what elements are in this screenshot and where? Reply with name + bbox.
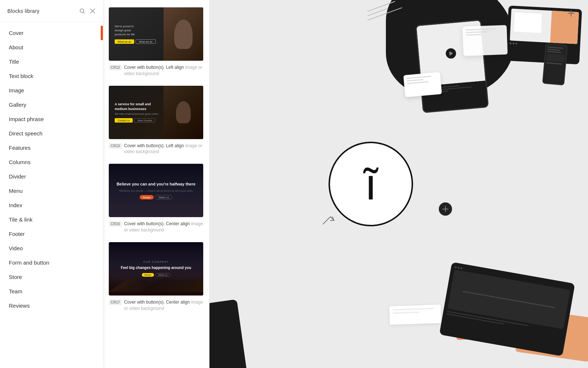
sidebar-item-menu[interactable]: Menu (0, 184, 103, 198)
block-description-0: Cover with button(s). Left align image o… (124, 64, 203, 77)
block-thumbnail-0: We're proud to design great products for… (109, 7, 203, 61)
block-thumbnail-3: OUR COMPANY Feel big changes happening a… (109, 242, 203, 296)
sidebar-icons (79, 8, 96, 14)
white-bottom-card (389, 305, 441, 325)
sidebar-nav: CoverAboutTitleText blockImageGalleryImp… (0, 22, 103, 368)
sidebar-item-reviews[interactable]: Reviews (0, 298, 103, 313)
sidebar-item-title[interactable]: Title (0, 54, 103, 69)
white-card-small (404, 72, 442, 97)
search-button[interactable] (79, 8, 85, 14)
block-item-3[interactable]: OUR COMPANY Feel big changes happening a… (109, 242, 203, 312)
block-description-2: Cover with button(s). Center align image… (124, 221, 203, 233)
sidebar-item-gallery[interactable]: Gallery (0, 98, 103, 112)
sidebar-item-form-button[interactable]: Form and button (0, 255, 103, 270)
arrow-decoration (321, 215, 336, 228)
sidebar-item-video[interactable]: Video (0, 241, 103, 255)
sidebar-item-tile-link[interactable]: Tile & link (0, 212, 103, 227)
sidebar-item-text-block[interactable]: Text block (0, 69, 103, 83)
sidebar-item-image[interactable]: Image (0, 83, 103, 98)
block-info-2: CR16Cover with button(s). Center align i… (109, 221, 203, 233)
laptop-screen (448, 269, 570, 329)
block-badge-1: CR15 (109, 143, 122, 149)
block-description-1: Cover with button(s). Left align image o… (124, 143, 203, 155)
block-item-2[interactable]: Believe you can and you're halfway there… (109, 164, 203, 233)
search-icon (79, 8, 85, 14)
sidebar: Blocks library CoverAboutTitleText block… (0, 0, 103, 368)
block-badge-3: CR17 (109, 300, 122, 305)
sidebar-item-columns[interactable]: Columns (0, 155, 103, 169)
tilda-logo: ĩ (329, 142, 413, 226)
sidebar-item-team[interactable]: Team (0, 284, 103, 298)
phone-mockup (542, 43, 567, 86)
sidebar-item-impact-phrase[interactable]: Impact phrase (0, 112, 103, 126)
sidebar-item-direct-speech[interactable]: Direct speech (0, 126, 103, 141)
sidebar-item-store[interactable]: Store (0, 270, 103, 284)
sidebar-title: Blocks library (7, 8, 39, 14)
sidebar-item-cover[interactable]: Cover (0, 26, 103, 40)
laptop-mockup (439, 262, 575, 356)
close-button[interactable] (90, 8, 96, 14)
block-badge-0: CR12 (109, 65, 122, 70)
block-thumbnail-2: Believe you can and you're halfway there… (109, 164, 203, 217)
block-info-1: CR15Cover with button(s). Left align ima… (109, 143, 203, 155)
plus-icon (567, 9, 576, 18)
block-info-0: CR12Cover with button(s). Left align ima… (109, 64, 203, 77)
plus-deco-icon (442, 206, 449, 212)
block-description-3: Cover with button(s). Center align image… (124, 299, 203, 312)
decorative-lines (368, 11, 404, 23)
add-block-button[interactable] (565, 7, 577, 19)
sidebar-item-about[interactable]: About (0, 40, 103, 54)
block-item-1[interactable]: A service for small and medium businesse… (109, 86, 203, 155)
cross-icon (439, 202, 452, 216)
sidebar-header: Blocks library (0, 0, 103, 22)
sidebar-item-features[interactable]: Features (0, 141, 103, 155)
block-info-3: CR17Cover with button(s). Center align i… (109, 299, 203, 312)
block-badge-2: CR16 (109, 221, 122, 227)
close-icon (90, 8, 96, 14)
sidebar-item-footer[interactable]: Footer (0, 227, 103, 241)
sidebar-item-index[interactable]: Index (0, 198, 103, 212)
sidebar-item-divider[interactable]: Divider (0, 169, 103, 184)
block-item-0[interactable]: We're proud to design great products for… (109, 7, 203, 77)
white-card-overlay (463, 25, 508, 56)
svg-line-1 (83, 12, 85, 13)
block-thumbnail-1: A service for small and medium businesse… (109, 86, 203, 139)
content-panel: We're proud to design great products for… (103, 0, 209, 368)
